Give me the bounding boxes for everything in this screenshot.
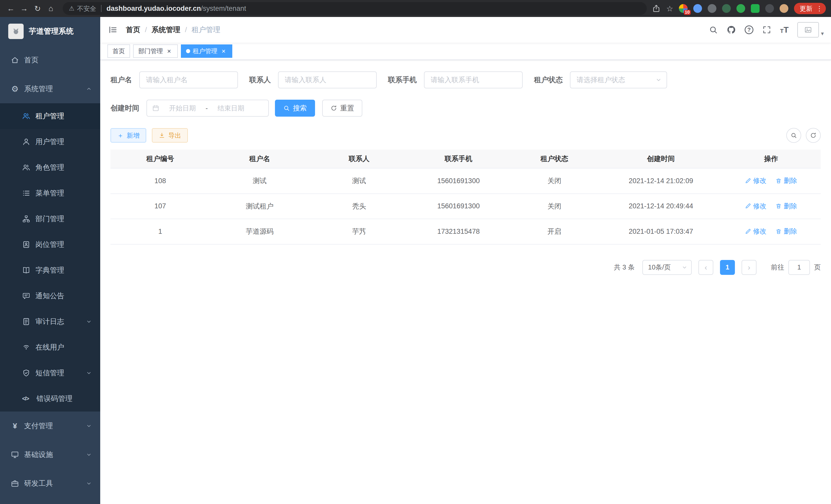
delete-button[interactable]: 删除 bbox=[775, 227, 797, 236]
column-tenant-id: 租户编号 bbox=[111, 149, 210, 168]
status-select[interactable]: 请选择租户状态 bbox=[570, 71, 667, 88]
sidebar-item-pay-management[interactable]: ¥ 支付管理 bbox=[0, 412, 100, 440]
cell-tenant-name: 芋道源码 bbox=[210, 219, 309, 244]
url-path: /system/tenant bbox=[201, 5, 246, 12]
reset-button[interactable]: 重置 bbox=[322, 100, 362, 117]
end-date-input[interactable] bbox=[211, 104, 251, 112]
sidebar-item-role-management[interactable]: 角色管理 bbox=[0, 155, 100, 180]
sidebar-item-post-management[interactable]: 岗位管理 bbox=[0, 232, 100, 258]
sidebar-item-audit-log[interactable]: 审计日志 bbox=[0, 309, 100, 334]
sidebar-item-infrastructure[interactable]: 基础设施 bbox=[0, 440, 100, 469]
search-button[interactable]: 搜索 bbox=[275, 100, 315, 117]
page-number-current[interactable]: 1 bbox=[720, 260, 735, 275]
date-range-picker[interactable]: - bbox=[146, 100, 269, 117]
extension-icon[interactable] bbox=[780, 4, 789, 13]
help-icon[interactable]: ? bbox=[745, 25, 753, 34]
goto-page-input[interactable] bbox=[789, 260, 810, 275]
search-icon[interactable] bbox=[709, 25, 718, 34]
chevron-down-icon bbox=[682, 264, 688, 270]
app-frame: 芋道管理系统 首页 ⚙ 系统管理 租户管理 用户管理 bbox=[0, 17, 831, 504]
prev-page-button[interactable]: ‹ bbox=[698, 260, 713, 275]
sidebar-toggle[interactable] bbox=[100, 17, 126, 42]
contact-label: 联系人 bbox=[249, 75, 271, 85]
next-page-button[interactable]: › bbox=[742, 260, 756, 275]
sidebar-menu: 首页 ⚙ 系统管理 租户管理 用户管理 角色管理 bbox=[0, 46, 100, 504]
github-icon[interactable] bbox=[727, 25, 736, 34]
extension-icon[interactable] bbox=[751, 4, 760, 13]
chevron-down-icon bbox=[86, 423, 92, 429]
cell-tenant-name: 测试租户 bbox=[210, 194, 309, 219]
sidebar-item-label: 岗位管理 bbox=[35, 240, 64, 249]
document-icon bbox=[22, 318, 30, 326]
edit-button[interactable]: 修改 bbox=[745, 202, 767, 211]
sidebar-item-dev-tools[interactable]: 研发工具 bbox=[0, 469, 100, 498]
extension-icon[interactable] bbox=[708, 4, 716, 13]
add-button[interactable]: ＋ 新增 bbox=[111, 128, 146, 143]
browser-menu-icon[interactable]: ⋮ bbox=[816, 5, 823, 12]
sidebar-item-label: 通知公告 bbox=[35, 291, 64, 301]
breadcrumb-system[interactable]: 系统管理 bbox=[152, 25, 180, 35]
cell-created: 2021-01-05 17:03:47 bbox=[601, 219, 721, 244]
code-icon: </> bbox=[22, 395, 31, 402]
edit-button[interactable]: 修改 bbox=[745, 227, 767, 236]
font-size-icon[interactable]: TT bbox=[780, 26, 789, 34]
tab-label: 租户管理 bbox=[193, 47, 218, 55]
tenant-name-input[interactable] bbox=[139, 71, 238, 88]
extension-icon[interactable] bbox=[722, 4, 731, 13]
toggle-search-button[interactable] bbox=[786, 128, 801, 143]
cell-contact: 测试 bbox=[309, 168, 409, 194]
page-size-select[interactable]: 10条/页 bbox=[642, 260, 692, 275]
extension-icon[interactable] bbox=[765, 4, 774, 13]
extension-icon[interactable] bbox=[693, 4, 702, 13]
sidebar-item-menu-management[interactable]: 菜单管理 bbox=[0, 180, 100, 206]
tab-home[interactable]: 首页 bbox=[107, 45, 130, 58]
address-bar[interactable]: ⚠ 不安全 dashboard.yudao.iocoder.cn/system/… bbox=[63, 2, 647, 15]
contact-input[interactable] bbox=[278, 71, 377, 88]
start-date-input[interactable] bbox=[163, 104, 202, 112]
user-menu[interactable]: ▾ bbox=[797, 22, 824, 37]
tab-dept-management[interactable]: 部门管理× bbox=[133, 45, 178, 58]
edit-icon bbox=[745, 228, 751, 235]
extension-icon[interactable]: 10 bbox=[679, 4, 688, 13]
delete-button[interactable]: 删除 bbox=[775, 176, 797, 185]
avatar bbox=[797, 22, 819, 37]
close-icon[interactable]: × bbox=[220, 48, 227, 55]
update-button[interactable]: 更新⋮ bbox=[794, 3, 826, 14]
fullscreen-icon[interactable] bbox=[762, 25, 771, 34]
sidebar-item-dashboard[interactable]: 首页 bbox=[0, 46, 100, 75]
forward-icon[interactable]: → bbox=[18, 2, 31, 14]
back-icon[interactable]: ← bbox=[4, 2, 18, 14]
tab-tenant-management[interactable]: 租户管理× bbox=[181, 45, 232, 58]
sidebar-item-sms-management[interactable]: 短信管理 bbox=[0, 360, 100, 386]
edit-icon bbox=[745, 203, 751, 209]
sidebar-item-error-code-management[interactable]: </> 错误码管理 bbox=[0, 386, 100, 412]
export-button-label: 导出 bbox=[168, 131, 181, 140]
breadcrumb-home[interactable]: 首页 bbox=[126, 25, 140, 35]
sidebar-item-dict-management[interactable]: 字典管理 bbox=[0, 258, 100, 283]
sidebar-item-online-users[interactable]: 在线用户 bbox=[0, 334, 100, 360]
sidebar-item-user-management[interactable]: 用户管理 bbox=[0, 129, 100, 155]
close-icon[interactable]: × bbox=[166, 48, 173, 55]
refresh-table-button[interactable] bbox=[806, 128, 821, 143]
bookmark-star-icon[interactable]: ☆ bbox=[666, 4, 673, 13]
home-icon[interactable]: ⌂ bbox=[44, 2, 58, 14]
trash-icon bbox=[775, 203, 782, 209]
url-host: dashboard.yudao.iocoder.cn bbox=[107, 5, 201, 12]
share-icon[interactable] bbox=[652, 4, 661, 13]
filter-row-1: 租户名 联系人 联系手机 租户状态 请选择租户状态 bbox=[111, 71, 821, 88]
sidebar-item-notice[interactable]: 通知公告 bbox=[0, 283, 100, 309]
delete-button[interactable]: 删除 bbox=[775, 202, 797, 211]
table-row: 1 芋道源码 芋艿 17321315478 开启 2021-01-05 17:0… bbox=[111, 219, 821, 244]
export-button[interactable]: 导出 bbox=[152, 128, 188, 143]
extension-icon[interactable] bbox=[737, 4, 745, 13]
reload-icon[interactable]: ↻ bbox=[31, 2, 44, 14]
sidebar-item-tenant-management[interactable]: 租户管理 bbox=[0, 103, 100, 129]
edit-button[interactable]: 修改 bbox=[745, 176, 767, 185]
cell-phone: 15601691300 bbox=[409, 168, 508, 194]
phone-input[interactable] bbox=[424, 71, 523, 88]
edit-icon bbox=[745, 178, 751, 184]
app-logo[interactable]: 芋道管理系统 bbox=[0, 17, 100, 46]
sidebar-item-dept-management[interactable]: 部门管理 bbox=[0, 206, 100, 232]
cell-tenant-name: 测试 bbox=[210, 168, 309, 194]
sidebar-item-system-management[interactable]: ⚙ 系统管理 bbox=[0, 75, 100, 103]
